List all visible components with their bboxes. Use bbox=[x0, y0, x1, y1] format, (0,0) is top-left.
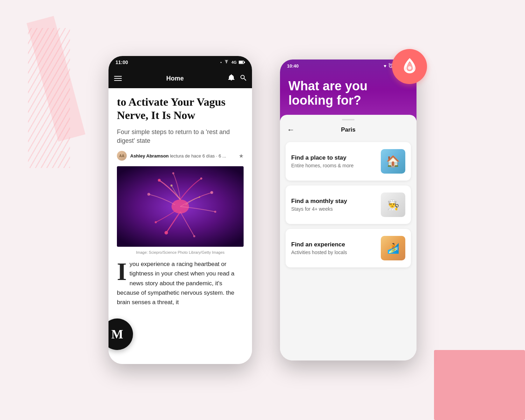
article-title: to Activate Your Vagus Nerve, It Is Now bbox=[117, 95, 244, 122]
article-image-caption: Image: Sciepro/Science Photo Library/Get… bbox=[117, 250, 244, 254]
card-title-monthly: Find a monthly stay bbox=[291, 198, 377, 205]
airbnb-bottom-sheet: ← Paris Find a place to stay Entire home… bbox=[280, 115, 416, 360]
article-subtitle: Four simple steps to return to a 'rest a… bbox=[117, 128, 244, 145]
house-image bbox=[381, 149, 405, 174]
svg-point-13 bbox=[147, 193, 150, 196]
svg-point-18 bbox=[408, 66, 411, 70]
card-image-experience bbox=[381, 236, 405, 260]
article-meta: AA Ashley Abramson lectura de hace 6 día… bbox=[117, 151, 244, 161]
signal-dot-icon: • bbox=[220, 61, 222, 64]
svg-point-14 bbox=[155, 221, 157, 223]
bell-icon[interactable] bbox=[228, 74, 234, 83]
svg-point-17 bbox=[199, 196, 200, 198]
card-text-monthly: Find a monthly stay Stays for 4+ weeks bbox=[291, 198, 377, 212]
medium-article-content: to Activate Your Vagus Nerve, It Is Now … bbox=[108, 88, 252, 364]
search-icon[interactable] bbox=[240, 75, 246, 82]
cook-image bbox=[381, 192, 405, 217]
svg-point-12 bbox=[193, 235, 195, 237]
medium-logo-letter: M bbox=[111, 327, 123, 342]
svg-point-11 bbox=[164, 231, 168, 234]
airbnb-phone-wrapper: 10:40 ♥ bbox=[280, 59, 416, 360]
card-title-experience: Find an experience bbox=[291, 241, 377, 248]
surf-image bbox=[381, 236, 405, 260]
card-text-place: Find a place to stay Entire homes, rooms… bbox=[291, 154, 377, 168]
article-body-text: you experience a racing heartbeat or tig… bbox=[117, 261, 234, 306]
card-text-experience: Find an experience Activities hosted by … bbox=[291, 241, 377, 255]
article-meta-text: Ashley Abramson lectura de hace 6 días ·… bbox=[130, 153, 235, 159]
find-monthly-stay-card[interactable]: Find a monthly stay Stays for 4+ weeks bbox=[286, 186, 411, 224]
svg-point-9 bbox=[210, 191, 213, 194]
airbnb-cards-container: Find a place to stay Entire homes, rooms… bbox=[280, 139, 416, 360]
airbnb-logo-svg bbox=[400, 57, 419, 76]
find-place-to-stay-card[interactable]: Find a place to stay Entire homes, rooms… bbox=[286, 142, 411, 181]
main-container: 11:00 • 4G bbox=[108, 56, 416, 364]
stripe-decoration bbox=[28, 28, 70, 168]
battery-icon bbox=[239, 59, 245, 65]
article-image bbox=[117, 166, 244, 247]
svg-point-7 bbox=[158, 179, 161, 182]
card-title-place: Find a place to stay bbox=[291, 154, 377, 161]
wifi-icon bbox=[224, 59, 229, 65]
card-subtitle-experience: Activities hosted by locals bbox=[291, 250, 377, 255]
svg-point-3 bbox=[241, 75, 244, 79]
svg-rect-2 bbox=[244, 62, 245, 63]
bg-bottom-right bbox=[420, 332, 525, 420]
medium-status-icons: • 4G bbox=[220, 59, 245, 65]
network-4g-icon: 4G bbox=[231, 60, 237, 64]
medium-phone: 11:00 • 4G bbox=[108, 56, 252, 364]
medium-nav-actions bbox=[228, 74, 246, 83]
airbnb-time: 10:40 bbox=[287, 63, 299, 69]
card-subtitle-place: Entire homes, rooms & more bbox=[291, 163, 377, 168]
svg-point-16 bbox=[170, 184, 173, 187]
airbnb-sheet-nav-title: Paris bbox=[295, 126, 402, 133]
article-body: I you experience a racing heartbeat or t… bbox=[117, 259, 244, 307]
neural-image-inner bbox=[117, 166, 244, 247]
card-subtitle-monthly: Stays for 4+ weeks bbox=[291, 206, 377, 212]
airbnb-phone: 10:40 ♥ bbox=[280, 59, 416, 360]
bookmark-star-icon[interactable]: ★ bbox=[239, 153, 244, 159]
heart-icon: ♥ bbox=[384, 63, 386, 69]
author-avatar: AA bbox=[117, 151, 127, 161]
svg-line-4 bbox=[244, 78, 246, 80]
hamburger-menu-icon[interactable] bbox=[114, 76, 122, 81]
drop-cap: I bbox=[117, 259, 130, 281]
article-meta-details: lectura de hace 6 días · 6 ... bbox=[170, 153, 226, 159]
airbnb-back-button[interactable]: ← bbox=[287, 125, 295, 134]
medium-nav-bar: Home bbox=[108, 69, 252, 88]
airbnb-sheet-nav: ← Paris bbox=[280, 120, 416, 139]
medium-nav-title: Home bbox=[127, 75, 223, 82]
card-image-place bbox=[381, 149, 405, 174]
svg-point-8 bbox=[200, 177, 202, 180]
svg-point-15 bbox=[172, 172, 174, 174]
find-experience-card[interactable]: Find an experience Activities hosted by … bbox=[286, 229, 411, 267]
svg-point-10 bbox=[214, 211, 216, 213]
author-avatar-image: AA bbox=[117, 151, 127, 161]
author-name: Ashley Abramson bbox=[130, 153, 169, 159]
medium-status-bar: 11:00 • 4G bbox=[108, 56, 252, 69]
card-image-monthly bbox=[381, 192, 405, 217]
airbnb-logo-badge bbox=[392, 49, 427, 84]
svg-rect-1 bbox=[239, 61, 243, 63]
medium-time: 11:00 bbox=[115, 59, 128, 65]
